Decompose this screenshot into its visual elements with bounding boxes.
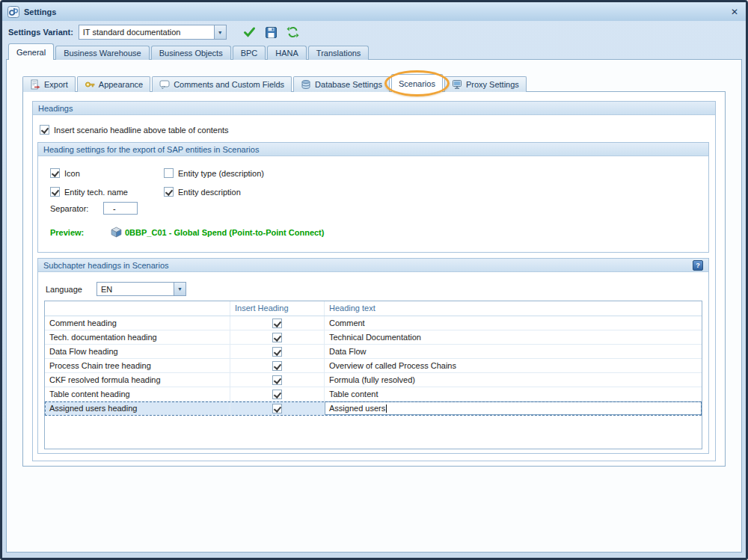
heading-text-cell[interactable]: Overview of called Process Chains	[325, 359, 702, 372]
insert-heading-checkbox[interactable]	[272, 347, 282, 357]
subchapter-headings-table: Insert Heading Heading text Comment head…	[44, 301, 702, 449]
infocube-icon	[111, 227, 122, 238]
separator-input[interactable]	[103, 202, 138, 215]
language-value: EN	[97, 285, 174, 294]
icon-checkbox[interactable]	[50, 168, 60, 178]
row-name-cell[interactable]: CKF resolved formula heading	[45, 373, 230, 387]
text-cursor	[386, 404, 387, 413]
table-header: Insert Heading Heading text	[45, 301, 702, 316]
close-icon[interactable]: ✕	[729, 7, 741, 17]
table-row[interactable]: Comment heading Comment	[45, 316, 702, 330]
app-icon	[7, 6, 19, 18]
help-icon[interactable]: ?	[693, 260, 703, 271]
tab-label: Scenarios	[399, 79, 435, 88]
variant-combobox[interactable]: IT standard documentation ▼	[79, 25, 227, 40]
column-header-text[interactable]: Heading text	[325, 301, 702, 316]
insert-heading-checkbox[interactable]	[272, 333, 282, 342]
heading-text-cell[interactable]: Table content	[325, 387, 702, 401]
table-row[interactable]: Tech. documentation heading Technical Do…	[45, 330, 702, 345]
entity-type-checkbox-row: Entity type (description)	[164, 168, 264, 178]
entity-description-checkbox-label: Entity description	[178, 188, 241, 197]
insert-scenario-headline-checkbox[interactable]	[40, 125, 49, 135]
tab-proxy-settings[interactable]: Proxy Settings	[444, 76, 527, 92]
row-name-cell[interactable]: Process Chain tree heading	[45, 359, 230, 372]
heading-settings-title: Heading settings for the export of SAP e…	[43, 145, 259, 154]
column-header-insert[interactable]: Insert Heading	[230, 301, 325, 316]
language-combobox[interactable]: EN ▼	[96, 282, 186, 296]
window-title: Settings	[24, 7, 724, 16]
insert-heading-checkbox[interactable]	[272, 375, 282, 385]
entity-description-checkbox[interactable]	[164, 187, 174, 197]
tab-label: Proxy Settings	[466, 80, 519, 89]
tab-hana[interactable]: HANA	[267, 46, 307, 60]
heading-text-editor[interactable]: Assigned users	[325, 401, 702, 415]
tab-database-settings[interactable]: Database Settings	[293, 76, 390, 92]
insert-heading-checkbox[interactable]	[272, 319, 282, 328]
row-name-cell[interactable]: Comment heading	[45, 316, 230, 330]
insert-heading-cell[interactable]	[230, 387, 325, 401]
tab-bpc[interactable]: BPC	[233, 46, 266, 60]
tab-comments-custom-fields[interactable]: Comments and Custom Fields	[152, 76, 292, 92]
heading-text-cell[interactable]: Formula (fully resolved)	[325, 373, 702, 387]
save-button[interactable]	[266, 27, 277, 38]
chevron-down-icon[interactable]: ▼	[214, 25, 226, 39]
subchapter-headings-caption: Subchapter headings in Scenarios ?	[38, 259, 708, 272]
comment-bubble-icon	[159, 79, 170, 90]
tab-general[interactable]: General	[8, 43, 54, 60]
main-tab-strip: General Business Warehouse Business Obje…	[8, 43, 370, 60]
tab-export[interactable]: Export	[22, 76, 76, 92]
entity-tech-name-checkbox[interactable]	[50, 187, 60, 197]
heading-text-cell[interactable]: Data Flow	[325, 345, 702, 358]
title-bar: Settings ✕	[2, 2, 746, 21]
chevron-down-icon[interactable]: ▼	[174, 283, 186, 295]
row-name-cell[interactable]: Data Flow heading	[45, 345, 230, 358]
row-name-cell[interactable]: Tech. documentation heading	[45, 330, 230, 344]
heading-settings-group: Heading settings for the export of SAP e…	[37, 142, 709, 253]
heading-text-cell[interactable]: Comment	[325, 316, 702, 330]
tab-appearance[interactable]: Appearance	[77, 76, 150, 92]
tab-translations[interactable]: Translations	[308, 46, 370, 60]
insert-heading-cell[interactable]	[230, 316, 325, 330]
monitor-icon	[452, 79, 462, 90]
refresh-button[interactable]	[286, 26, 299, 38]
table-row[interactable]: Data Flow heading Data Flow	[45, 345, 702, 359]
separator-label: Separator:	[50, 204, 88, 213]
heading-settings-caption: Heading settings for the export of SAP e…	[38, 143, 708, 156]
insert-scenario-headline-label: Insert scenario headline above table of …	[54, 126, 229, 135]
settings-variant-toolbar: Settings Variant: IT standard documentat…	[2, 21, 746, 43]
tab-scenarios[interactable]: Scenarios	[391, 74, 443, 92]
inner-tab-strip: Export Appearance Comments and Custom	[22, 74, 528, 92]
table-row[interactable]: Process Chain tree heading Overview of c…	[45, 359, 702, 373]
entity-type-checkbox[interactable]	[164, 168, 174, 178]
insert-heading-cell[interactable]	[230, 401, 325, 415]
variant-label: Settings Variant:	[8, 28, 73, 37]
apply-button[interactable]	[243, 26, 256, 38]
row-name-cell[interactable]: Table content heading	[45, 387, 230, 401]
insert-heading-checkbox[interactable]	[272, 361, 282, 371]
insert-heading-checkbox[interactable]	[272, 404, 282, 413]
language-row: Language EN ▼	[46, 282, 186, 296]
insert-heading-checkbox[interactable]	[272, 390, 282, 399]
insert-scenario-headline-checkbox-row: Insert scenario headline above table of …	[40, 125, 229, 135]
insert-heading-cell[interactable]	[230, 373, 325, 387]
insert-heading-cell[interactable]	[230, 330, 325, 344]
entity-description-checkbox-row: Entity description	[164, 187, 241, 197]
table-row-selected[interactable]: Assigned users heading Assigned users	[45, 401, 702, 416]
insert-heading-cell[interactable]	[230, 345, 325, 358]
tab-label: Export	[44, 80, 68, 89]
database-icon	[301, 79, 311, 90]
tab-business-warehouse[interactable]: Business Warehouse	[55, 46, 150, 60]
row-name-cell[interactable]: Assigned users heading	[45, 401, 230, 415]
tab-business-objects[interactable]: Business Objects	[151, 46, 231, 60]
heading-text-cell[interactable]: Technical Documentation	[325, 330, 702, 344]
table-row[interactable]: Table content heading Table content	[45, 387, 702, 401]
icon-checkbox-row: Icon	[50, 168, 80, 178]
table-row[interactable]: CKF resolved formula heading Formula (fu…	[45, 373, 702, 387]
preview-label: Preview:	[50, 228, 84, 237]
settings-window: Settings ✕ Settings Variant: IT standard…	[0, 0, 748, 560]
column-header-name[interactable]	[45, 301, 230, 316]
key-icon	[85, 79, 95, 90]
preview-value: 0BBP_C01 - Global Spend (Point-to-Point …	[125, 228, 324, 237]
insert-heading-cell[interactable]	[230, 359, 325, 372]
heading-text-cell-editing[interactable]: Assigned users	[325, 401, 702, 415]
